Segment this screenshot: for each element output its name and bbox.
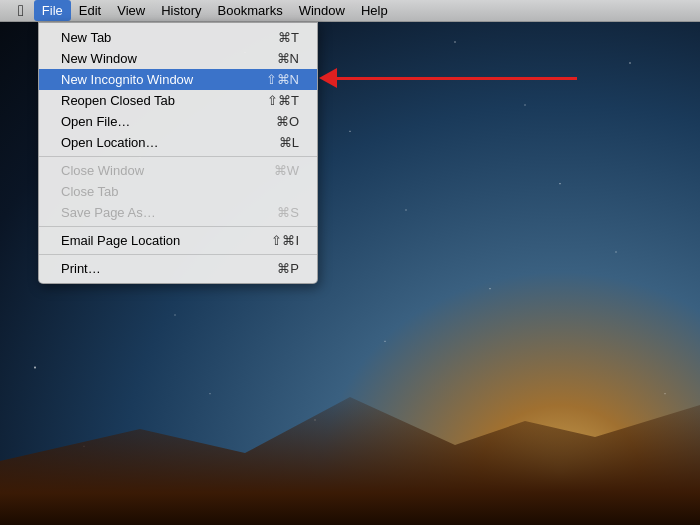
print-label: Print… bbox=[61, 261, 277, 276]
file-dropdown-menu: New Tab ⌘T New Window ⌘N New Incognito W… bbox=[38, 22, 318, 284]
close-window-label: Close Window bbox=[61, 163, 274, 178]
email-page-location-item[interactable]: Email Page Location ⇧⌘I bbox=[39, 230, 317, 251]
reopen-closed-tab-label: Reopen Closed Tab bbox=[61, 93, 267, 108]
file-menu-item[interactable]: File bbox=[34, 0, 71, 21]
new-incognito-window-label: New Incognito Window bbox=[61, 72, 266, 87]
open-file-label: Open File… bbox=[61, 114, 276, 129]
arrow-line bbox=[337, 77, 577, 80]
email-page-location-label: Email Page Location bbox=[61, 233, 271, 248]
open-location-label: Open Location… bbox=[61, 135, 279, 150]
new-tab-label: New Tab bbox=[61, 30, 278, 45]
open-file-shortcut: ⌘O bbox=[276, 114, 299, 129]
print-item[interactable]: Print… ⌘P bbox=[39, 258, 317, 279]
history-menu-item[interactable]: History bbox=[153, 0, 209, 21]
close-tab-label: Close Tab bbox=[61, 184, 299, 199]
new-incognito-window-item[interactable]: New Incognito Window ⇧⌘N bbox=[39, 69, 317, 90]
save-page-as-label: Save Page As… bbox=[61, 205, 277, 220]
separator-2 bbox=[39, 226, 317, 227]
arrow-head bbox=[319, 68, 337, 88]
close-tab-item: Close Tab bbox=[39, 181, 317, 202]
new-window-item[interactable]: New Window ⌘N bbox=[39, 48, 317, 69]
apple-menu-item[interactable]:  bbox=[8, 0, 34, 21]
print-shortcut: ⌘P bbox=[277, 261, 299, 276]
open-location-shortcut: ⌘L bbox=[279, 135, 299, 150]
new-window-shortcut: ⌘N bbox=[277, 51, 299, 66]
separator-1 bbox=[39, 156, 317, 157]
edit-menu-item[interactable]: Edit bbox=[71, 0, 109, 21]
open-file-item[interactable]: Open File… ⌘O bbox=[39, 111, 317, 132]
help-menu-item[interactable]: Help bbox=[353, 0, 396, 21]
close-window-item: Close Window ⌘W bbox=[39, 160, 317, 181]
open-location-item[interactable]: Open Location… ⌘L bbox=[39, 132, 317, 153]
close-window-shortcut: ⌘W bbox=[274, 163, 299, 178]
arrow-indicator bbox=[320, 68, 577, 88]
new-incognito-window-shortcut: ⇧⌘N bbox=[266, 72, 299, 87]
separator-3 bbox=[39, 254, 317, 255]
email-page-location-shortcut: ⇧⌘I bbox=[271, 233, 299, 248]
bookmarks-menu-item[interactable]: Bookmarks bbox=[210, 0, 291, 21]
reopen-closed-tab-shortcut: ⇧⌘T bbox=[267, 93, 299, 108]
view-menu-item[interactable]: View bbox=[109, 0, 153, 21]
new-tab-shortcut: ⌘T bbox=[278, 30, 299, 45]
new-window-label: New Window bbox=[61, 51, 277, 66]
menubar:  File Edit View History Bookmarks Windo… bbox=[0, 0, 700, 22]
save-page-as-item: Save Page As… ⌘S bbox=[39, 202, 317, 223]
save-page-as-shortcut: ⌘S bbox=[277, 205, 299, 220]
window-menu-item[interactable]: Window bbox=[291, 0, 353, 21]
reopen-closed-tab-item[interactable]: Reopen Closed Tab ⇧⌘T bbox=[39, 90, 317, 111]
new-tab-item[interactable]: New Tab ⌘T bbox=[39, 27, 317, 48]
